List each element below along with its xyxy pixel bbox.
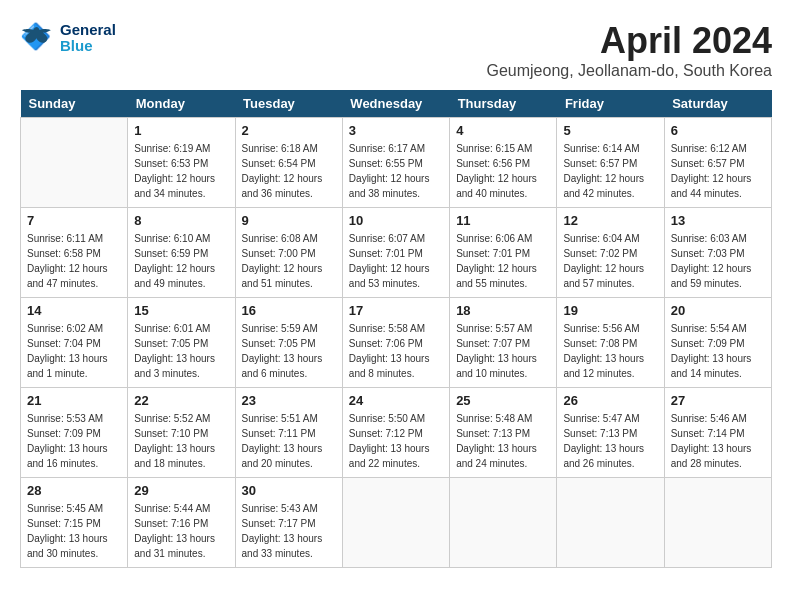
location-title: Geumjeong, Jeollanam-do, South Korea bbox=[486, 62, 772, 80]
week-row-2: 14Sunrise: 6:02 AM Sunset: 7:04 PM Dayli… bbox=[21, 298, 772, 388]
calendar-cell: 8Sunrise: 6:10 AM Sunset: 6:59 PM Daylig… bbox=[128, 208, 235, 298]
calendar-cell: 26Sunrise: 5:47 AM Sunset: 7:13 PM Dayli… bbox=[557, 388, 664, 478]
day-number: 7 bbox=[27, 213, 121, 228]
day-info: Sunrise: 6:14 AM Sunset: 6:57 PM Dayligh… bbox=[563, 141, 657, 201]
day-info: Sunrise: 6:12 AM Sunset: 6:57 PM Dayligh… bbox=[671, 141, 765, 201]
calendar-cell: 16Sunrise: 5:59 AM Sunset: 7:05 PM Dayli… bbox=[235, 298, 342, 388]
day-info: Sunrise: 6:06 AM Sunset: 7:01 PM Dayligh… bbox=[456, 231, 550, 291]
calendar-cell: 22Sunrise: 5:52 AM Sunset: 7:10 PM Dayli… bbox=[128, 388, 235, 478]
day-number: 16 bbox=[242, 303, 336, 318]
day-info: Sunrise: 5:53 AM Sunset: 7:09 PM Dayligh… bbox=[27, 411, 121, 471]
weekday-header-sunday: Sunday bbox=[21, 90, 128, 118]
logo-line1: General bbox=[60, 22, 116, 39]
day-number: 13 bbox=[671, 213, 765, 228]
day-number: 5 bbox=[563, 123, 657, 138]
day-number: 1 bbox=[134, 123, 228, 138]
day-info: Sunrise: 6:18 AM Sunset: 6:54 PM Dayligh… bbox=[242, 141, 336, 201]
day-info: Sunrise: 6:04 AM Sunset: 7:02 PM Dayligh… bbox=[563, 231, 657, 291]
day-info: Sunrise: 5:57 AM Sunset: 7:07 PM Dayligh… bbox=[456, 321, 550, 381]
day-info: Sunrise: 5:51 AM Sunset: 7:11 PM Dayligh… bbox=[242, 411, 336, 471]
calendar-cell bbox=[342, 478, 449, 568]
day-number: 25 bbox=[456, 393, 550, 408]
day-info: Sunrise: 6:01 AM Sunset: 7:05 PM Dayligh… bbox=[134, 321, 228, 381]
day-number: 22 bbox=[134, 393, 228, 408]
day-info: Sunrise: 6:15 AM Sunset: 6:56 PM Dayligh… bbox=[456, 141, 550, 201]
day-number: 23 bbox=[242, 393, 336, 408]
day-info: Sunrise: 6:08 AM Sunset: 7:00 PM Dayligh… bbox=[242, 231, 336, 291]
weekday-header-tuesday: Tuesday bbox=[235, 90, 342, 118]
month-title: April 2024 bbox=[486, 20, 772, 62]
calendar-cell: 15Sunrise: 6:01 AM Sunset: 7:05 PM Dayli… bbox=[128, 298, 235, 388]
weekday-header-thursday: Thursday bbox=[450, 90, 557, 118]
day-number: 29 bbox=[134, 483, 228, 498]
day-info: Sunrise: 6:11 AM Sunset: 6:58 PM Dayligh… bbox=[27, 231, 121, 291]
calendar-cell bbox=[664, 478, 771, 568]
calendar-cell: 24Sunrise: 5:50 AM Sunset: 7:12 PM Dayli… bbox=[342, 388, 449, 478]
day-number: 27 bbox=[671, 393, 765, 408]
day-info: Sunrise: 6:10 AM Sunset: 6:59 PM Dayligh… bbox=[134, 231, 228, 291]
day-number: 30 bbox=[242, 483, 336, 498]
weekday-header-row: SundayMondayTuesdayWednesdayThursdayFrid… bbox=[21, 90, 772, 118]
calendar-cell: 27Sunrise: 5:46 AM Sunset: 7:14 PM Dayli… bbox=[664, 388, 771, 478]
calendar-cell: 19Sunrise: 5:56 AM Sunset: 7:08 PM Dayli… bbox=[557, 298, 664, 388]
calendar-cell: 14Sunrise: 6:02 AM Sunset: 7:04 PM Dayli… bbox=[21, 298, 128, 388]
calendar-cell: 25Sunrise: 5:48 AM Sunset: 7:13 PM Dayli… bbox=[450, 388, 557, 478]
calendar-cell: 28Sunrise: 5:45 AM Sunset: 7:15 PM Dayli… bbox=[21, 478, 128, 568]
calendar-cell: 23Sunrise: 5:51 AM Sunset: 7:11 PM Dayli… bbox=[235, 388, 342, 478]
day-number: 15 bbox=[134, 303, 228, 318]
day-number: 4 bbox=[456, 123, 550, 138]
calendar-cell: 7Sunrise: 6:11 AM Sunset: 6:58 PM Daylig… bbox=[21, 208, 128, 298]
day-info: Sunrise: 5:56 AM Sunset: 7:08 PM Dayligh… bbox=[563, 321, 657, 381]
day-number: 17 bbox=[349, 303, 443, 318]
calendar-cell: 4Sunrise: 6:15 AM Sunset: 6:56 PM Daylig… bbox=[450, 118, 557, 208]
day-number: 6 bbox=[671, 123, 765, 138]
week-row-1: 7Sunrise: 6:11 AM Sunset: 6:58 PM Daylig… bbox=[21, 208, 772, 298]
calendar-cell: 11Sunrise: 6:06 AM Sunset: 7:01 PM Dayli… bbox=[450, 208, 557, 298]
day-number: 19 bbox=[563, 303, 657, 318]
day-number: 10 bbox=[349, 213, 443, 228]
calendar-cell: 5Sunrise: 6:14 AM Sunset: 6:57 PM Daylig… bbox=[557, 118, 664, 208]
day-info: Sunrise: 5:43 AM Sunset: 7:17 PM Dayligh… bbox=[242, 501, 336, 561]
calendar-cell: 6Sunrise: 6:12 AM Sunset: 6:57 PM Daylig… bbox=[664, 118, 771, 208]
day-info: Sunrise: 6:07 AM Sunset: 7:01 PM Dayligh… bbox=[349, 231, 443, 291]
day-number: 20 bbox=[671, 303, 765, 318]
calendar-cell: 3Sunrise: 6:17 AM Sunset: 6:55 PM Daylig… bbox=[342, 118, 449, 208]
logo-icon: 🔷 bbox=[20, 20, 56, 56]
week-row-0: 1Sunrise: 6:19 AM Sunset: 6:53 PM Daylig… bbox=[21, 118, 772, 208]
calendar-cell: 1Sunrise: 6:19 AM Sunset: 6:53 PM Daylig… bbox=[128, 118, 235, 208]
calendar-body: 1Sunrise: 6:19 AM Sunset: 6:53 PM Daylig… bbox=[21, 118, 772, 568]
calendar-table: SundayMondayTuesdayWednesdayThursdayFrid… bbox=[20, 90, 772, 568]
day-info: Sunrise: 5:50 AM Sunset: 7:12 PM Dayligh… bbox=[349, 411, 443, 471]
calendar-cell: 29Sunrise: 5:44 AM Sunset: 7:16 PM Dayli… bbox=[128, 478, 235, 568]
day-info: Sunrise: 5:48 AM Sunset: 7:13 PM Dayligh… bbox=[456, 411, 550, 471]
day-number: 3 bbox=[349, 123, 443, 138]
weekday-header-wednesday: Wednesday bbox=[342, 90, 449, 118]
day-info: Sunrise: 6:03 AM Sunset: 7:03 PM Dayligh… bbox=[671, 231, 765, 291]
day-number: 18 bbox=[456, 303, 550, 318]
day-info: Sunrise: 6:19 AM Sunset: 6:53 PM Dayligh… bbox=[134, 141, 228, 201]
calendar-cell: 18Sunrise: 5:57 AM Sunset: 7:07 PM Dayli… bbox=[450, 298, 557, 388]
calendar-cell bbox=[21, 118, 128, 208]
calendar-cell: 2Sunrise: 6:18 AM Sunset: 6:54 PM Daylig… bbox=[235, 118, 342, 208]
day-number: 12 bbox=[563, 213, 657, 228]
calendar-cell: 10Sunrise: 6:07 AM Sunset: 7:01 PM Dayli… bbox=[342, 208, 449, 298]
day-number: 21 bbox=[27, 393, 121, 408]
weekday-header-friday: Friday bbox=[557, 90, 664, 118]
calendar-cell bbox=[450, 478, 557, 568]
day-info: Sunrise: 6:17 AM Sunset: 6:55 PM Dayligh… bbox=[349, 141, 443, 201]
weekday-header-monday: Monday bbox=[128, 90, 235, 118]
logo: 🔷 General Blue bbox=[20, 20, 116, 56]
day-info: Sunrise: 5:45 AM Sunset: 7:15 PM Dayligh… bbox=[27, 501, 121, 561]
calendar-cell: 17Sunrise: 5:58 AM Sunset: 7:06 PM Dayli… bbox=[342, 298, 449, 388]
calendar-cell: 21Sunrise: 5:53 AM Sunset: 7:09 PM Dayli… bbox=[21, 388, 128, 478]
day-info: Sunrise: 6:02 AM Sunset: 7:04 PM Dayligh… bbox=[27, 321, 121, 381]
day-number: 14 bbox=[27, 303, 121, 318]
day-number: 9 bbox=[242, 213, 336, 228]
day-number: 11 bbox=[456, 213, 550, 228]
calendar-cell: 9Sunrise: 6:08 AM Sunset: 7:00 PM Daylig… bbox=[235, 208, 342, 298]
day-info: Sunrise: 5:59 AM Sunset: 7:05 PM Dayligh… bbox=[242, 321, 336, 381]
day-number: 28 bbox=[27, 483, 121, 498]
calendar-cell: 12Sunrise: 6:04 AM Sunset: 7:02 PM Dayli… bbox=[557, 208, 664, 298]
calendar-cell: 20Sunrise: 5:54 AM Sunset: 7:09 PM Dayli… bbox=[664, 298, 771, 388]
day-number: 2 bbox=[242, 123, 336, 138]
